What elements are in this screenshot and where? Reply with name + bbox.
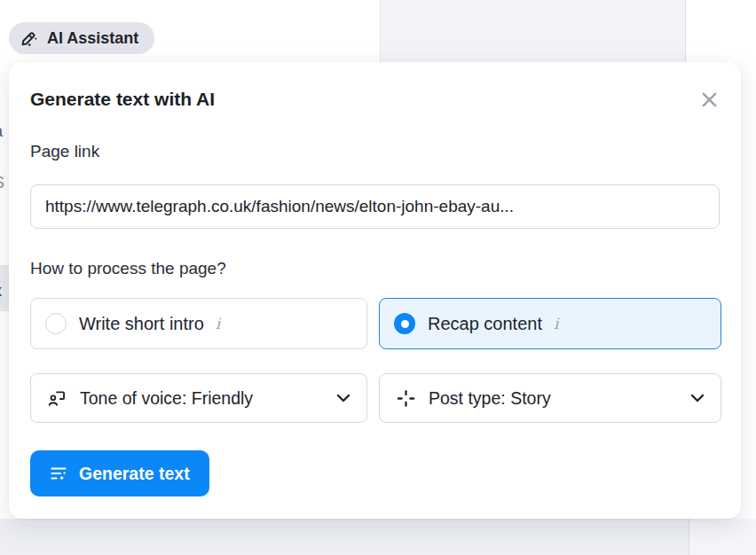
ai-assistant-label: AI Assistant — [47, 29, 138, 48]
close-icon — [702, 92, 717, 107]
post-type-dropdown[interactable]: Post type: Story — [379, 373, 721, 423]
screen: a S x AI Assistant Generate text with AI… — [0, 0, 756, 555]
chevron-down-icon — [336, 394, 350, 403]
process-options-row: Write short intro i Recap content i — [30, 298, 721, 349]
process-question-label: How to process the page? — [30, 259, 226, 278]
person-speech-icon — [47, 388, 67, 409]
page-link-input[interactable] — [30, 184, 720, 229]
close-button[interactable] — [698, 89, 720, 110]
option-write-short-intro[interactable]: Write short intro i — [30, 298, 367, 349]
dialog-title: Generate text with AI — [30, 89, 215, 110]
post-type-value: Post type: Story — [429, 388, 690, 409]
radio-selected-icon[interactable] — [394, 313, 415, 334]
settings-row: Tone of voice: Friendly Post typ — [30, 373, 721, 423]
generate-text-button[interactable]: Generate text — [30, 450, 209, 496]
option-recap-content[interactable]: Recap content i — [379, 298, 721, 349]
page-link-label: Page link — [30, 142, 99, 161]
chevron-down-icon — [690, 394, 705, 403]
background-panel-top — [380, 0, 686, 62]
background-panel-bottom — [0, 519, 756, 555]
tone-of-voice-dropdown[interactable]: Tone of voice: Friendly — [30, 373, 367, 423]
info-icon[interactable]: i — [554, 315, 558, 332]
generate-text-dialog: Generate text with AI Page link How to p… — [9, 62, 741, 519]
option-label: Write short intro — [79, 314, 204, 334]
generate-text-label: Generate text — [79, 464, 190, 484]
generate-sparkle-lines-icon — [50, 464, 69, 483]
radio-unselected-icon[interactable] — [45, 313, 67, 334]
option-label: Recap content — [428, 314, 542, 334]
tone-of-voice-value: Tone of voice: Friendly — [80, 388, 336, 409]
background-panel-bottom-right — [689, 519, 756, 555]
ai-assistant-button[interactable]: AI Assistant — [9, 22, 154, 54]
post-type-crosshair-icon — [396, 388, 416, 409]
info-icon[interactable]: i — [216, 315, 220, 332]
ai-pen-sparkle-icon — [20, 28, 39, 48]
